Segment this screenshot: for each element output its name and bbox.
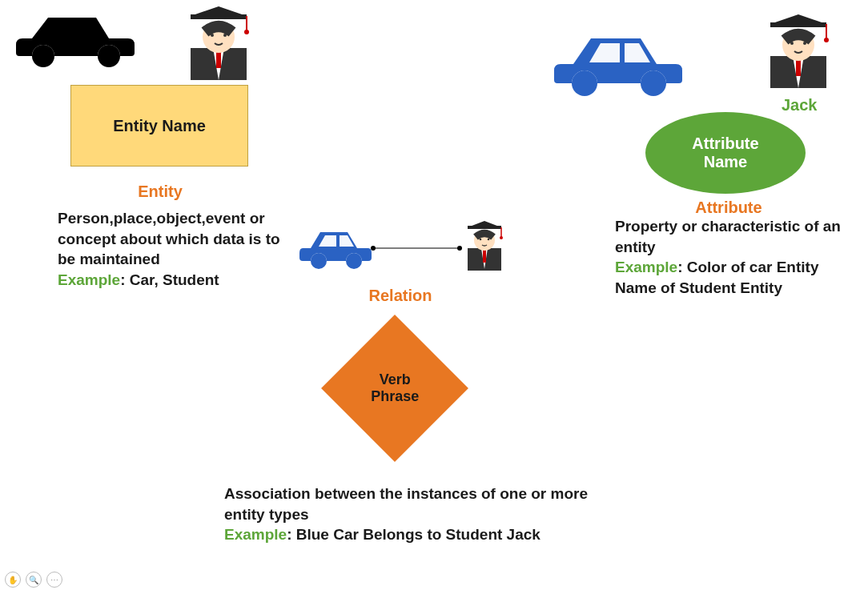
svg-point-37 <box>480 239 482 241</box>
relation-description: Association between the instances of one… <box>224 484 601 545</box>
more-icon[interactable]: ⋯ <box>46 572 62 588</box>
svg-point-11 <box>223 34 227 37</box>
attribute-example-label: Example <box>615 259 677 275</box>
hand-icon[interactable]: ✋ <box>5 572 21 588</box>
attribute-ellipse-label: AttributeName <box>692 134 758 171</box>
entity-box: Entity Name <box>70 85 248 167</box>
svg-point-21 <box>824 38 829 42</box>
footer-controls: ✋ 🔍 ⋯ <box>5 572 62 588</box>
entity-desc-text: Person,place,object,event or concept abo… <box>58 210 280 267</box>
svg-rect-7 <box>191 14 247 19</box>
entity-description: Person,place,object,event or concept abo… <box>58 208 282 291</box>
car-blue-icon-relation <box>295 224 375 274</box>
svg-point-24 <box>311 253 327 269</box>
entity-box-label: Entity Name <box>113 117 206 135</box>
relation-desc-text: Association between the instances of one… <box>224 485 588 523</box>
svg-point-0 <box>32 45 54 67</box>
car-black-icon <box>8 6 136 75</box>
svg-point-13 <box>641 70 666 96</box>
svg-rect-34 <box>468 226 501 229</box>
svg-point-22 <box>790 42 794 45</box>
svg-point-10 <box>211 34 214 37</box>
attribute-title: Attribute <box>685 199 773 217</box>
entity-title: Entity <box>120 183 200 201</box>
attribute-ellipse: AttributeName <box>645 112 806 194</box>
svg-point-25 <box>346 253 362 269</box>
relation-diamond-label: VerbPhrase <box>371 371 419 404</box>
car-blue-icon-top <box>545 24 689 107</box>
student-icon-relation <box>456 216 512 277</box>
attribute-description: Property or characteristic of an entity … <box>615 216 855 299</box>
svg-point-38 <box>488 239 490 241</box>
student-icon-1 <box>175 0 263 90</box>
svg-point-27 <box>371 246 376 251</box>
svg-point-1 <box>98 45 120 67</box>
svg-point-9 <box>244 30 249 34</box>
student-icon-2 <box>754 8 842 98</box>
jack-label: Jack <box>782 96 818 114</box>
svg-point-36 <box>500 236 503 239</box>
zoom-icon[interactable]: 🔍 <box>26 572 42 588</box>
entity-example-label: Example <box>58 271 120 288</box>
relation-line <box>368 240 464 256</box>
svg-rect-19 <box>770 22 826 27</box>
relation-example-text: : Blue Car Belongs to Student Jack <box>287 526 540 543</box>
svg-point-12 <box>572 70 597 96</box>
relation-title: Relation <box>360 287 440 305</box>
svg-point-23 <box>803 42 806 45</box>
relation-diamond: VerbPhrase <box>321 315 468 462</box>
relation-diamond-wrapper: VerbPhrase <box>343 336 447 440</box>
entity-example-text: : Car, Student <box>120 271 219 288</box>
attribute-desc-text: Property or characteristic of an entity <box>615 218 841 255</box>
relation-example-label: Example <box>224 526 287 543</box>
